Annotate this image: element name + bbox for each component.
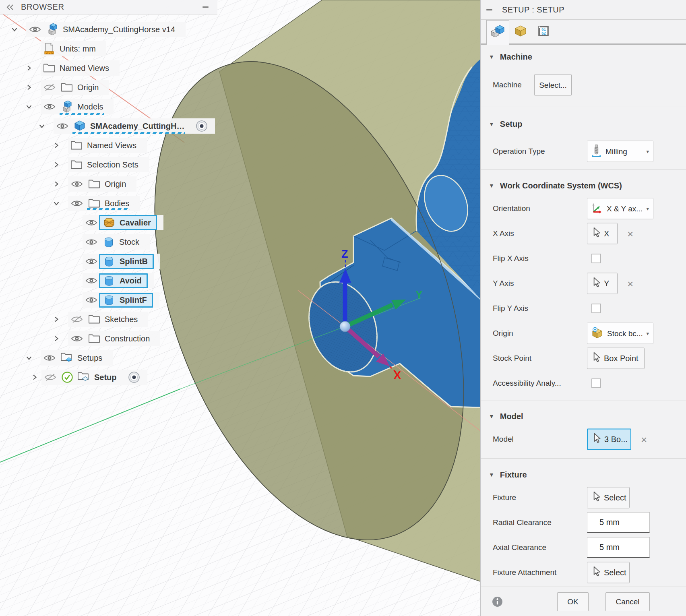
stock-point-select-button[interactable]: Box Point: [587, 348, 645, 369]
chevron-right-icon[interactable]: [53, 180, 68, 188]
tree-item-units-mm[interactable]: Units: mm: [25, 41, 106, 57]
visibility-eye-icon[interactable]: [68, 199, 86, 207]
chevron-right-icon[interactable]: [31, 374, 41, 381]
setup-dialog-title: SETUP : SETUP: [502, 5, 564, 14]
tree-item-origin[interactable]: Origin: [25, 79, 109, 95]
accessibility-analy-checkbox[interactable]: [591, 378, 601, 388]
chevron-down-icon[interactable]: [25, 354, 41, 362]
chevron-down-icon[interactable]: [53, 200, 68, 207]
tree-item-sketches[interactable]: Sketches: [53, 311, 148, 327]
section-header-fixture[interactable]: ▼Fixture: [481, 467, 686, 482]
clear-selection-icon[interactable]: ×: [627, 278, 633, 289]
tree-item-models[interactable]: Models: [25, 99, 114, 115]
tree-item-named-views[interactable]: Named Views: [53, 137, 147, 153]
chevron-down-icon[interactable]: [38, 122, 54, 130]
visibility-eye-off-icon[interactable]: [41, 373, 59, 382]
tree-item-setup[interactable]: Setup: [31, 369, 147, 385]
tree-item-construction[interactable]: Construction: [53, 331, 160, 347]
visibility-eye-icon[interactable]: [83, 257, 100, 265]
setup-tab[interactable]: [486, 20, 509, 45]
machine-button[interactable]: Select...: [534, 74, 572, 96]
orientation-dropdown[interactable]: X & Y ax...▾: [587, 198, 653, 219]
axial-clearance-input[interactable]: 5 mm: [587, 537, 650, 558]
tree-item-stock[interactable]: Stock: [67, 234, 150, 250]
row-fixture-attachment: Fixture AttachmentSelect: [481, 560, 686, 585]
row-label: Axial Clearance: [493, 543, 546, 552]
tree-item-label: Setup: [94, 373, 117, 382]
minus-icon[interactable]: [486, 9, 492, 10]
visibility-eye-off-icon[interactable]: [68, 315, 86, 324]
chevron-down-icon: ▾: [643, 206, 649, 212]
tree-item-selection-sets[interactable]: Selection Sets: [53, 157, 149, 173]
visibility-eye-icon[interactable]: [83, 219, 100, 227]
chevron-right-icon[interactable]: [25, 64, 41, 72]
visibility-eye-icon[interactable]: [41, 103, 58, 111]
operation-type-dropdown[interactable]: Milling▾: [587, 141, 653, 162]
section-setup: ▼SetupOperation TypeMilling▾: [481, 107, 686, 170]
tree-item-smacademy-cuttingh[interactable]: SMAcademy_CuttingH…: [38, 118, 215, 134]
chevron-right-icon[interactable]: [25, 84, 41, 91]
activate-radio-icon[interactable]: [196, 120, 208, 132]
clear-selection-icon[interactable]: ×: [641, 434, 647, 444]
flip-y-axis-checkbox[interactable]: [591, 304, 601, 313]
visibility-eye-icon[interactable]: [54, 122, 71, 130]
tree-item-avoid[interactable]: Avoid: [67, 273, 154, 289]
tree-item-label: SMAcademy_CuttingHorse v14: [63, 25, 175, 34]
stock-cube-icon: [514, 24, 527, 39]
info-icon[interactable]: [492, 596, 503, 607]
y-axis-select-button[interactable]: Y: [587, 273, 618, 294]
x-axis-select-button[interactable]: X: [587, 223, 618, 244]
folder-icon: [60, 83, 74, 92]
chevron-right-icon[interactable]: [53, 335, 68, 342]
stock-tab[interactable]: [509, 20, 532, 43]
tree-item-splintf[interactable]: SplintF: [67, 292, 159, 308]
browser-header: BROWSER: [0, 0, 217, 14]
visibility-eye-icon[interactable]: [83, 296, 100, 304]
tree-item-bodies[interactable]: Bodies: [53, 195, 140, 211]
cursor-icon: [591, 352, 601, 365]
visibility-eye-icon[interactable]: [41, 354, 58, 362]
wcs-origin-point[interactable]: [340, 321, 350, 332]
tree-item-splintb[interactable]: SplintB: [67, 253, 160, 269]
visibility-eye-icon[interactable]: [83, 277, 100, 285]
visibility-eye-icon[interactable]: [68, 180, 86, 188]
tree-item-label: Sketches: [105, 315, 138, 324]
radial-clearance-input[interactable]: 5 mm: [587, 512, 650, 533]
model-select-button[interactable]: 3 Bo...: [587, 429, 631, 450]
chevron-down-icon[interactable]: [11, 26, 26, 33]
fixture-select-button[interactable]: Select: [587, 487, 630, 509]
tree-item-setups[interactable]: Setups: [25, 350, 113, 366]
cancel-button[interactable]: Cancel: [605, 592, 650, 611]
tree-item-origin[interactable]: Origin: [53, 176, 136, 192]
chevron-right-icon[interactable]: [53, 161, 68, 168]
double-left-chevron-icon[interactable]: [6, 4, 16, 10]
clear-selection-icon[interactable]: ×: [627, 228, 633, 239]
z-axis-label: Z: [341, 248, 348, 260]
tree-item-named-views[interactable]: Named Views: [25, 60, 120, 76]
visibility-eye-icon[interactable]: [83, 238, 100, 246]
post-process-tab[interactable]: G1G2: [532, 20, 555, 43]
tree-item-cavalier[interactable]: Cavalier: [67, 215, 163, 231]
tree-item-smacademy-cuttinghorse-v14[interactable]: SMAcademy_CuttingHorse v14: [11, 21, 186, 37]
section-header-model[interactable]: ▼Model: [481, 409, 686, 424]
origin-dropdown[interactable]: Stock bc...▾: [587, 323, 653, 344]
section-header-machine[interactable]: ▼Machine: [481, 50, 686, 64]
setup-cubes-icon: [490, 25, 506, 41]
minus-icon[interactable]: [202, 6, 209, 8]
visibility-eye-icon[interactable]: [68, 335, 86, 343]
tree-item-label: Cavalier: [120, 218, 151, 227]
row-label: Fixture Attachment: [493, 568, 556, 577]
chevron-right-icon[interactable]: [53, 142, 68, 149]
ok-button[interactable]: OK: [557, 592, 589, 611]
fixture-attachment-select-button[interactable]: Select: [587, 562, 630, 583]
activate-radio-icon[interactable]: [128, 371, 140, 383]
cylinder-body-icon: [102, 295, 116, 306]
flip-x-axis-checkbox[interactable]: [591, 254, 601, 263]
chevron-right-icon[interactable]: [53, 316, 68, 323]
visibility-eye-icon[interactable]: [26, 25, 44, 33]
section-header-setup[interactable]: ▼Setup: [481, 117, 686, 131]
visibility-eye-off-icon[interactable]: [41, 83, 58, 92]
folder-icon: [87, 179, 101, 189]
section-header-work-coordinate-system-wcs[interactable]: ▼Work Coordinate System (WCS): [481, 178, 686, 193]
chevron-down-icon[interactable]: [25, 103, 41, 110]
